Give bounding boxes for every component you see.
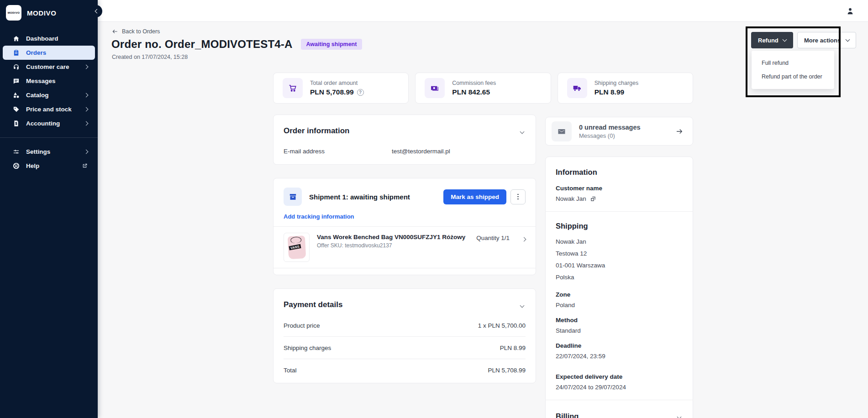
order-information-header: Order information — [284, 125, 526, 137]
chat-icon — [12, 78, 20, 85]
card-texts: Total order amount PLN 5,708.99 ? — [310, 80, 364, 96]
payment-row: Product price 1 x PLN 5,700.00 — [284, 314, 526, 336]
address-line: 01-001 Warszawa — [556, 261, 683, 269]
sidebar-item-label: Orders — [26, 49, 88, 56]
sidebar-divider — [0, 137, 98, 138]
chevron-right-icon — [84, 107, 89, 112]
divider — [546, 400, 693, 400]
chevron-right-icon — [84, 65, 89, 69]
menu-item-full-refund[interactable]: Full refund — [752, 56, 834, 70]
sidebar-item-dashboard[interactable]: Dashboard — [3, 31, 95, 46]
sidebar-item-help[interactable]: Help — [3, 159, 95, 173]
payment-value: PLN 8.99 — [500, 345, 526, 351]
shipping-charges-card: Shipping charges PLN 8.99 — [558, 73, 693, 104]
top-bar — [0, 0, 868, 22]
more-actions-label: More actions — [804, 37, 841, 44]
sidebar-item-messages[interactable]: Messages — [3, 74, 95, 88]
user-account-icon[interactable] — [845, 6, 855, 16]
shipment-card: Shipment 1: awaiting shipment Mark as sh… — [273, 178, 536, 275]
sidebar-item-settings[interactable]: Settings — [3, 145, 95, 159]
product-name: Vans Worek Benched Bag VN000SUFZJY1 Różo… — [317, 234, 476, 240]
zone-value: Poland — [556, 302, 683, 308]
arrow-right-icon[interactable] — [675, 127, 684, 136]
invoice-icon — [12, 120, 20, 127]
email-value: test@testordermail.pl — [392, 148, 450, 155]
refund-button-label: Refund — [758, 37, 779, 44]
payment-label: Product price — [284, 322, 320, 329]
billing-header: Billing — [556, 410, 683, 418]
brand-name: MODIVO — [27, 9, 56, 17]
help-lifering-icon — [12, 162, 20, 170]
mark-as-shipped-button[interactable]: Mark as shipped — [443, 189, 506, 204]
chevron-right-icon — [84, 93, 89, 98]
sidebar-item-label: Price and stock — [26, 106, 84, 113]
sidebar-item-label: Accounting — [26, 120, 84, 127]
payment-value: PLN 5,708.99 — [488, 367, 526, 374]
product-quantity: Quantity 1/1 — [476, 235, 510, 241]
envelope-icon — [552, 121, 572, 141]
billing-heading: Billing — [556, 412, 579, 418]
card-label: Shipping charges — [594, 80, 639, 86]
vans-bag-image: VANS — [287, 235, 306, 259]
back-to-orders-link[interactable]: Back to Orders — [112, 28, 160, 35]
payment-details-card: Payment details Product price 1 x PLN 5,… — [273, 288, 536, 383]
refund-dropdown-menu: Full refund Refund part of the order — [752, 51, 834, 89]
payment-label: Shipping charges — [284, 345, 331, 351]
information-panel: Information Customer name Nowak Jan Ship… — [545, 157, 693, 418]
main-column: Order information E-mail address test@te… — [273, 115, 536, 383]
add-tracking-link[interactable]: Add tracking information — [274, 206, 536, 226]
amount-text: PLN 5,708.99 — [310, 88, 354, 96]
truck-icon — [567, 78, 587, 98]
kebab-menu-button[interactable] — [510, 189, 526, 204]
collapse-section-button[interactable] — [676, 410, 683, 418]
sidebar-item-catalog[interactable]: Catalog — [3, 88, 95, 102]
help-icon[interactable]: ? — [357, 89, 364, 96]
chevron-right-icon[interactable] — [522, 235, 526, 243]
sidebar-collapse-button[interactable] — [90, 5, 102, 17]
chevron-left-icon — [95, 9, 99, 14]
messages-texts: 0 unread messages Messages (0) — [579, 124, 641, 139]
expected-delivery-value: 24/07/2024 to 29/07/2024 — [556, 384, 683, 391]
payment-details-header: Payment details — [284, 299, 526, 311]
section-title: Order information — [284, 126, 350, 136]
title-row: Order no. Order_MODIVOTEST4-A Awaiting s… — [111, 38, 362, 51]
sidebar-item-accounting[interactable]: Accounting — [3, 116, 95, 131]
sidebar-item-orders[interactable]: Orders — [3, 46, 95, 60]
collapse-section-button[interactable] — [519, 125, 526, 137]
product-sku: Offer SKU: testmodivosku2137 — [317, 242, 476, 249]
messages-card[interactable]: 0 unread messages Messages (0) — [545, 117, 693, 146]
back-arrow-icon — [112, 28, 118, 35]
orders-clipboard-icon — [12, 49, 20, 57]
shipment-header: Shipment 1: awaiting shipment Mark as sh… — [274, 188, 536, 206]
chevron-down-icon — [782, 37, 787, 42]
customer-name-text: Nowak Jan — [556, 195, 586, 202]
card-texts: Commission fees PLN 842.65 — [452, 80, 496, 96]
sidebar-item-customer-care[interactable]: Customer care — [3, 60, 95, 74]
summary-cards-row: Total order amount PLN 5,708.99 ? Commis… — [273, 73, 693, 104]
chevron-right-icon — [84, 150, 89, 154]
sidebar-item-label: Catalog — [26, 92, 84, 99]
card-value: PLN 8.99 — [594, 88, 639, 96]
side-column: 0 unread messages Messages (0) Informati… — [545, 117, 693, 418]
package-box-icon — [284, 188, 302, 206]
sidebar-item-price-and-stock[interactable]: Price and stock — [3, 102, 95, 116]
copy-icon[interactable] — [590, 196, 596, 202]
brand-header[interactable]: MODIVO MODIVO — [0, 0, 98, 25]
refund-button[interactable]: Refund — [751, 32, 793, 48]
deadline-label: Deadline — [556, 342, 683, 349]
method-label: Method — [556, 317, 683, 324]
more-actions-button[interactable]: More actions — [797, 32, 856, 48]
sidebar-item-label: Messages — [26, 78, 88, 84]
chevron-right-icon — [84, 121, 89, 126]
card-texts: Shipping charges PLN 8.99 — [594, 80, 639, 96]
collapse-section-button[interactable] — [519, 299, 526, 311]
payment-label: Total — [284, 367, 297, 374]
headset-icon — [12, 63, 20, 71]
product-row[interactable]: VANS Vans Worek Benched Bag VN000SUFZJY1… — [274, 227, 536, 262]
product-image[interactable]: VANS — [284, 233, 310, 262]
sliders-icon — [12, 148, 20, 156]
modivo-logo: MODIVO — [6, 5, 21, 21]
information-heading: Information — [556, 168, 683, 177]
external-link-icon — [82, 163, 88, 169]
menu-item-refund-part[interactable]: Refund part of the order — [752, 70, 834, 84]
